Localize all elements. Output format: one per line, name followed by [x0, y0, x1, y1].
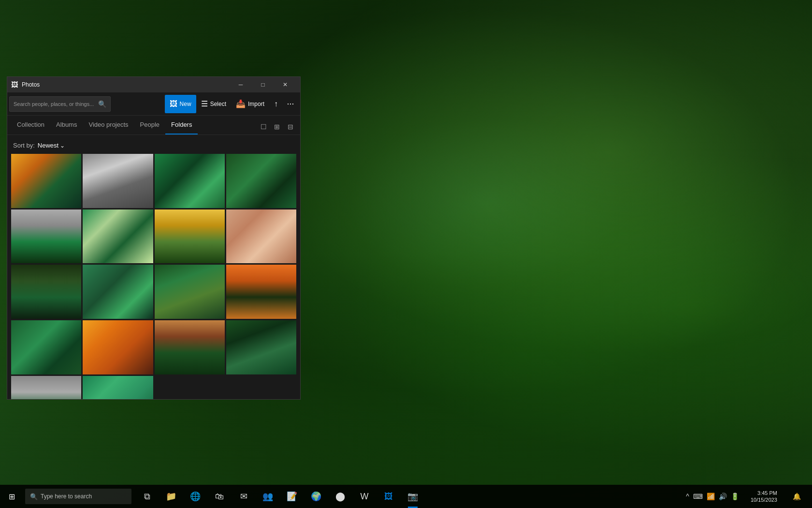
taskbar-time[interactable]: 3:45 PM 10/15/2023: [745, 490, 783, 504]
chrome-icon: ⬤: [335, 491, 345, 502]
edge-button[interactable]: 🌐: [184, 485, 207, 508]
search-icon: 🔍: [98, 100, 106, 108]
photo-cell[interactable]: [155, 209, 225, 264]
chevron-icon[interactable]: ^: [686, 493, 689, 500]
tab-video-projects[interactable]: Video projects: [83, 115, 134, 134]
task-view-icon: ⧉: [144, 492, 150, 502]
select-button[interactable]: ☰ Select: [196, 95, 231, 113]
sort-label: Sort by:: [13, 142, 35, 149]
photo-cell[interactable]: [226, 209, 296, 264]
share-button[interactable]: ↑: [269, 95, 283, 113]
tray-icons: ^ ⌨ 📶 🔊 🔋: [686, 493, 739, 500]
tab-albums[interactable]: Albums: [50, 115, 83, 134]
browser-button[interactable]: 🌍: [304, 485, 328, 508]
import-icon: 📥: [236, 99, 246, 108]
chevron-down-icon: ⌄: [60, 142, 65, 149]
sort-dropdown[interactable]: Newest ⌄: [38, 142, 65, 149]
network-icon[interactable]: 📶: [707, 493, 715, 500]
photo-cell[interactable]: [11, 209, 81, 264]
photo-cell[interactable]: [83, 154, 153, 208]
content-area: Sort by: Newest ⌄: [7, 135, 300, 399]
notification-icon: 🔔: [793, 493, 801, 500]
photo-cell[interactable]: [226, 320, 296, 374]
photo-grid: [11, 154, 296, 399]
store-icon: 🛍: [215, 492, 224, 502]
view-grid-small-button[interactable]: ⊞: [271, 121, 283, 133]
notepad-icon: 📝: [287, 491, 297, 502]
store-button[interactable]: 🛍: [208, 485, 231, 508]
more-button[interactable]: ···: [283, 96, 298, 112]
teams-icon: 👥: [262, 491, 273, 502]
close-button[interactable]: ✕: [274, 77, 296, 92]
camera-button[interactable]: 📷: [401, 485, 424, 508]
photo-cell[interactable]: [155, 320, 225, 374]
title-bar: 🖼 Photos ─ □ ✕: [7, 77, 300, 92]
more-icon: ···: [287, 99, 294, 109]
tab-people[interactable]: People: [134, 115, 165, 134]
view-options: ☐ ⊞ ⊟: [258, 121, 296, 134]
edge-icon: 🌐: [190, 491, 201, 502]
photos-window: 🖼 Photos ─ □ ✕ Search people, places, or…: [7, 76, 301, 400]
mail-icon: ✉: [240, 491, 247, 502]
file-explorer-button[interactable]: 📁: [160, 485, 183, 508]
photo-cell[interactable]: [11, 376, 81, 399]
chrome-button[interactable]: ⬤: [329, 485, 352, 508]
window-title: Photos: [22, 81, 230, 88]
new-icon: 🖼: [170, 100, 177, 108]
toolbar: Search people, places, or things... 🔍 🖼 …: [7, 92, 300, 116]
battery-icon[interactable]: 🔋: [731, 493, 739, 500]
app-icon: 🖼: [11, 81, 18, 89]
import-label: Import: [248, 101, 264, 107]
photos-taskbar-icon: 🖼: [384, 492, 393, 502]
volume-icon[interactable]: 🔊: [719, 493, 727, 500]
photo-cell[interactable]: [11, 154, 81, 208]
sort-value-text: Newest: [38, 142, 58, 149]
teams-button[interactable]: 👥: [256, 485, 279, 508]
notepad-button[interactable]: 📝: [280, 485, 304, 508]
minimize-button[interactable]: ─: [230, 77, 252, 92]
browser-icon: 🌍: [311, 491, 321, 502]
taskbar-tray: ^ ⌨ 📶 🔊 🔋 3:45 PM 10/15/2023 🔔: [686, 485, 812, 508]
mail-button[interactable]: ✉: [232, 485, 255, 508]
photo-cell[interactable]: [83, 376, 153, 399]
new-button[interactable]: 🖼 New: [165, 95, 196, 113]
photo-cell[interactable]: [226, 265, 296, 319]
tab-folders[interactable]: Folders: [165, 115, 198, 134]
notification-button[interactable]: 🔔: [785, 485, 808, 508]
view-single-button[interactable]: ☐: [258, 121, 269, 133]
camera-icon: 📷: [407, 491, 418, 502]
start-button[interactable]: ⊞: [0, 485, 23, 508]
taskbar-search[interactable]: 🔍 Type here to search: [25, 489, 131, 504]
photo-cell[interactable]: [155, 265, 225, 319]
photo-cell[interactable]: [155, 154, 225, 208]
photo-cell[interactable]: [11, 265, 81, 319]
clock-time: 3:45 PM: [751, 490, 777, 496]
word-icon: W: [361, 492, 369, 502]
import-button[interactable]: 📥 Import: [231, 95, 269, 113]
view-grid-large-button[interactable]: ⊟: [285, 121, 296, 133]
taskbar-search-text: Type here to search: [41, 493, 92, 500]
task-view-button[interactable]: ⧉: [135, 485, 159, 508]
photo-cell[interactable]: [11, 320, 81, 374]
windows-icon: ⊞: [9, 492, 15, 501]
photo-cell[interactable]: [83, 320, 153, 374]
word-button[interactable]: W: [353, 485, 376, 508]
folder-icon: 📁: [166, 491, 176, 502]
photo-cell[interactable]: [83, 265, 153, 319]
tab-collection[interactable]: Collection: [11, 115, 50, 134]
clock-date: 10/15/2023: [751, 496, 777, 503]
new-label: New: [180, 101, 191, 107]
search-box[interactable]: Search people, places, or things... 🔍: [9, 96, 111, 112]
select-icon: ☰: [201, 99, 208, 108]
photos-taskbar-button[interactable]: 🖼: [377, 485, 400, 508]
window-controls: ─ □ ✕: [230, 77, 296, 92]
taskbar: ⊞ 🔍 Type here to search ⧉ 📁 🌐 🛍 ✉ 👥 📝 🌍: [0, 485, 812, 508]
select-label: Select: [210, 101, 226, 107]
taskbar-icons: ⧉ 📁 🌐 🛍 ✉ 👥 📝 🌍 ⬤ W 🖼: [135, 485, 424, 508]
keyboard-icon[interactable]: ⌨: [693, 493, 703, 500]
photo-cell[interactable]: [83, 209, 153, 264]
maximize-button[interactable]: □: [252, 77, 274, 92]
sort-bar: Sort by: Newest ⌄: [11, 139, 296, 154]
photo-cell[interactable]: [226, 154, 296, 208]
nav-tabs: Collection Albums Video projects People …: [7, 116, 300, 135]
